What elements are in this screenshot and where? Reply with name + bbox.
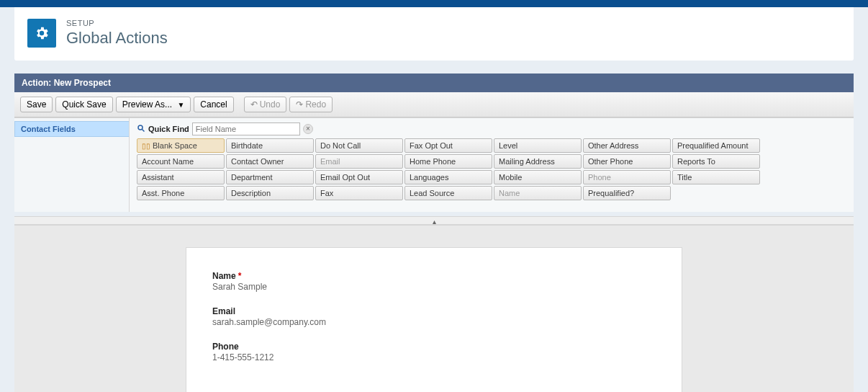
field-chip-label: Blank Space: [153, 141, 197, 150]
field-chip[interactable]: Birthdate: [226, 138, 314, 153]
quick-save-button[interactable]: Quick Save: [55, 97, 112, 112]
field-palette: Quick Find × ▯▯Blank SpaceBirthdateDo No…: [130, 118, 854, 212]
field-chip-label: Mailing Address: [499, 157, 555, 166]
field-chip-label: Home Phone: [410, 157, 456, 166]
blank-space-icon: ▯▯: [142, 142, 150, 150]
setup-gear-icon: [27, 19, 56, 48]
toolbar: Save Quick Save Preview As... ▼ Cancel ↶…: [14, 92, 854, 117]
field-grid: ▯▯Blank SpaceBirthdateDo Not CallFax Opt…: [137, 138, 848, 200]
field-chip[interactable]: Fax Opt Out: [404, 138, 492, 153]
field-chip-label: Other Phone: [588, 157, 633, 166]
palette-category-tabs: Contact Fields: [14, 118, 130, 212]
required-icon: *: [238, 271, 242, 281]
field-chip[interactable]: Other Address: [583, 138, 671, 153]
field-chip-label: Department: [231, 173, 272, 182]
field-chip[interactable]: Reports To: [672, 154, 760, 169]
redo-icon: ↷: [296, 99, 303, 110]
field-chip-label: Prequalified?: [588, 189, 634, 197]
layout-field[interactable]: Emailsarah.sample@company.com: [212, 306, 656, 327]
field-chip: Phone: [583, 170, 671, 184]
redo-label: Redo: [305, 99, 326, 110]
field-chip-label: Email Opt Out: [320, 173, 370, 182]
page-title: Global Actions: [66, 29, 168, 48]
field-chip-label: Email: [320, 157, 340, 166]
undo-label: Undo: [260, 99, 281, 110]
editor-frame: Action: New Prospect Save Quick Save Pre…: [14, 74, 854, 392]
field-chip[interactable]: Title: [672, 170, 760, 184]
layout-field-value: 1-415-555-1212: [212, 352, 656, 362]
field-chip-label: Assistant: [142, 173, 174, 182]
field-chip[interactable]: Prequalified Amount: [672, 138, 760, 153]
field-chip-label: Phone: [588, 173, 611, 182]
field-chip-label: Asst. Phone: [142, 189, 184, 197]
header-eyebrow: SETUP: [66, 19, 168, 27]
undo-button[interactable]: ↶Undo: [244, 97, 287, 112]
field-chip-label: Lead Source: [410, 189, 454, 197]
field-chip[interactable]: Mobile: [494, 170, 582, 184]
layout-field-label: Email: [212, 306, 656, 316]
page-header: SETUP Global Actions: [14, 7, 854, 61]
field-chip-label: Fax Opt Out: [410, 141, 453, 150]
field-chip[interactable]: Department: [226, 170, 314, 184]
field-chip-label: Account Name: [142, 157, 194, 166]
field-chip-label: Description: [231, 189, 271, 197]
field-chip[interactable]: Asst. Phone: [137, 186, 225, 200]
layout-field[interactable]: Phone1-415-555-1212: [212, 342, 656, 362]
layout-field[interactable]: Name*Sarah Sample: [212, 271, 656, 292]
palette-row: Contact Fields Quick Find × ▯▯Blank Spac…: [14, 117, 854, 212]
field-chip[interactable]: Lead Source: [404, 186, 492, 200]
field-chip[interactable]: Other Phone: [583, 154, 671, 169]
collapse-handle[interactable]: ▴: [14, 216, 854, 225]
field-chip[interactable]: Prequalified?: [583, 186, 671, 200]
field-chip-label: Other Address: [588, 141, 638, 150]
field-chip-label: Birthdate: [231, 141, 263, 150]
search-icon: [137, 124, 145, 135]
field-chip-label: Level: [499, 141, 517, 150]
field-chip-label: Languages: [410, 173, 448, 182]
preview-as-dropdown[interactable]: Preview As... ▼: [116, 97, 191, 112]
field-chip[interactable]: Level: [494, 138, 582, 153]
field-chip[interactable]: Fax: [315, 186, 403, 200]
layout-field-value: Sarah Sample: [212, 282, 656, 292]
field-chip[interactable]: Mailing Address: [494, 154, 582, 169]
field-chip-label: Prequalified Amount: [677, 141, 748, 150]
quick-find: Quick Find ×: [137, 122, 848, 135]
clear-search-icon[interactable]: ×: [303, 124, 313, 134]
chevron-up-icon: ▴: [433, 218, 436, 226]
field-chip[interactable]: Languages: [404, 170, 492, 184]
field-chip: Email: [315, 154, 403, 169]
undo-icon: ↶: [250, 99, 258, 110]
field-chip: Name: [494, 186, 582, 200]
action-layout-card: Name*Sarah SampleEmailsarah.sample@compa…: [186, 247, 682, 392]
field-chip[interactable]: Email Opt Out: [315, 170, 403, 184]
quick-find-input[interactable]: [192, 122, 300, 135]
field-chip-label: Mobile: [499, 173, 522, 182]
field-chip[interactable]: ▯▯Blank Space: [137, 138, 225, 153]
field-chip[interactable]: Contact Owner: [226, 154, 314, 169]
redo-button[interactable]: ↷Redo: [289, 97, 333, 112]
field-chip-label: Contact Owner: [231, 157, 284, 166]
layout-canvas[interactable]: Name*Sarah SampleEmailsarah.sample@compa…: [14, 225, 854, 392]
cancel-button[interactable]: Cancel: [194, 97, 233, 112]
field-chip[interactable]: Description: [226, 186, 314, 200]
tab-contact-fields[interactable]: Contact Fields: [14, 121, 129, 137]
field-chip-label: Reports To: [677, 157, 715, 166]
layout-field-value: sarah.sample@company.com: [212, 317, 656, 327]
layout-field-label: Phone: [212, 342, 656, 352]
chevron-down-icon: ▼: [177, 101, 184, 109]
field-chip[interactable]: Account Name: [137, 154, 225, 169]
field-chip[interactable]: Do Not Call: [315, 138, 403, 153]
preview-as-label: Preview As...: [122, 99, 172, 110]
svg-line-1: [143, 129, 145, 131]
app-top-stripe: [0, 0, 868, 7]
field-chip-label: Name: [499, 189, 520, 197]
action-title-bar: Action: New Prospect: [14, 74, 854, 92]
field-chip-label: Fax: [320, 189, 333, 197]
save-button[interactable]: Save: [20, 97, 53, 112]
quick-find-label: Quick Find: [148, 125, 189, 133]
svg-point-0: [138, 125, 143, 130]
field-chip-label: Do Not Call: [320, 141, 361, 150]
field-chip[interactable]: Home Phone: [404, 154, 492, 169]
field-chip-label: Title: [677, 173, 692, 182]
field-chip[interactable]: Assistant: [137, 170, 225, 184]
